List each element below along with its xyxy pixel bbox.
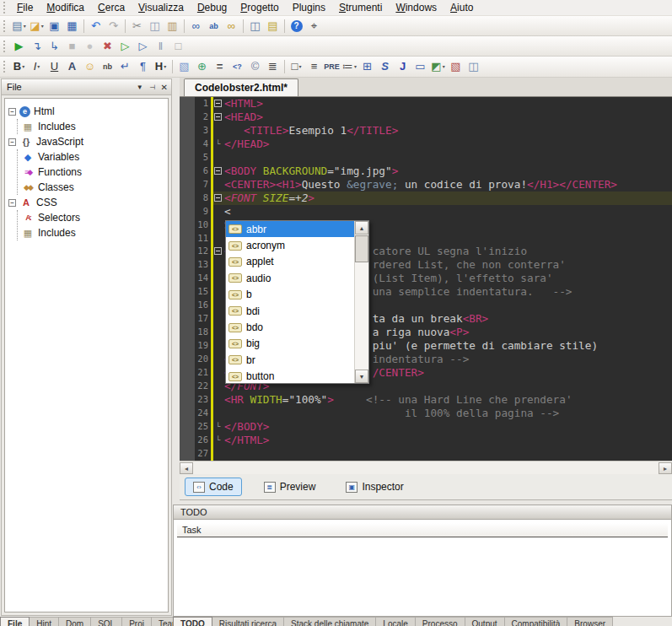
output-tab-browser[interactable]: Browser [567, 617, 613, 626]
scrollbar-thumb[interactable] [355, 235, 368, 262]
toolbar-grip[interactable] [3, 61, 6, 73]
bookmark-margin[interactable] [180, 366, 195, 380]
autocomplete-item-big[interactable]: <>big [226, 336, 354, 352]
new-file-icon[interactable]: ▤▾ [10, 18, 28, 35]
save-icon[interactable]: ▣ [46, 18, 63, 35]
help-icon[interactable]: ? [288, 18, 305, 35]
bookmark-margin[interactable] [180, 380, 195, 393]
bookmark-margin[interactable] [180, 272, 195, 285]
underline-icon[interactable]: U [46, 58, 63, 75]
java-applet-icon[interactable]: J [394, 58, 411, 75]
menu-progetto[interactable]: Progetto [234, 0, 285, 15]
bookmark-margin[interactable] [180, 97, 195, 111]
tree-item-includes[interactable]: ▦Includes [21, 225, 166, 240]
panel-tab-sql[interactable]: SQL [91, 617, 122, 626]
dropdown-arrow-icon[interactable]: ▾ [24, 18, 26, 35]
bookmark-margin[interactable] [180, 353, 195, 366]
menu-modifica[interactable]: Modifica [40, 0, 91, 15]
paragraph-icon[interactable]: ¶ [134, 58, 152, 75]
dropdown-arrow-icon[interactable]: ▾ [164, 58, 166, 75]
script-icon[interactable]: <? [228, 58, 246, 75]
dropdown-arrow-icon[interactable]: ▾ [298, 58, 301, 75]
scroll-right-icon[interactable]: ▸ [659, 462, 672, 474]
dropdown-arrow-icon[interactable]: ▾ [37, 58, 40, 75]
bold-icon[interactable]: B▾ [10, 58, 28, 75]
div-icon[interactable]: □▾ [288, 58, 305, 75]
bookmark-margin[interactable] [180, 434, 195, 447]
output-tab-todo[interactable]: TODO [173, 617, 212, 626]
image-map-icon[interactable]: ▧ [447, 58, 465, 75]
step-over-icon[interactable]: ↳ [46, 38, 63, 55]
menu-strumenti[interactable]: Strumenti [332, 0, 389, 15]
bookmark-margin[interactable] [180, 339, 195, 353]
code-line[interactable]: 6<BODY BACKGROUND="img.jpg"> [180, 165, 672, 178]
remove-breakpoints-icon[interactable]: ✖ [99, 38, 116, 55]
menu-plugins[interactable]: Plugins [286, 0, 332, 15]
tree-item-selectors[interactable]: A:Selectors [21, 210, 166, 225]
scroll-up-icon[interactable]: ▲ [355, 221, 368, 235]
autocomplete-item-applet[interactable]: <>applet [226, 254, 354, 270]
heading-icon[interactable]: H▾ [152, 58, 169, 75]
bookmark-margin[interactable] [180, 326, 195, 339]
horizontal-rule-icon[interactable]: = [211, 58, 228, 75]
fold-collapse-icon[interactable] [214, 100, 222, 107]
menu-visualizza[interactable]: Visualizza [132, 0, 191, 15]
bookmark-margin[interactable] [180, 258, 195, 272]
output-tab-stack-delle-chiamate[interactable]: Stack delle chiamate [284, 617, 376, 626]
code-line[interactable]: 8<FONT SIZE=+2> [180, 192, 672, 205]
run-icon[interactable]: ▶ [10, 38, 28, 55]
code-line[interactable]: 23<HR WIDTH="100%"> <!-- una Hard Line c… [180, 393, 672, 407]
tree-item-html[interactable]: −eHtml [8, 104, 166, 119]
autocomplete-item-bdi[interactable]: <>bdi [226, 303, 354, 319]
code-line[interactable]: 26└</HTML> [180, 434, 672, 447]
autocomplete-item-audio[interactable]: <>audio [226, 270, 354, 286]
form-icon[interactable]: ▭ [411, 58, 429, 75]
autocomplete-item-bdo[interactable]: <>bdo [226, 319, 354, 335]
bookmark-margin[interactable] [180, 285, 195, 299]
stop-debug-icon[interactable]: □ [169, 38, 187, 55]
fold-collapse-icon[interactable] [214, 113, 222, 121]
menu-cerca[interactable]: Cerca [91, 0, 132, 15]
bookmark-margin[interactable] [180, 205, 195, 219]
collapse-icon[interactable]: − [8, 138, 16, 146]
continue-icon[interactable]: ▷ [134, 38, 152, 55]
code-line[interactable]: 4└</HEAD> [180, 138, 672, 151]
bookmark-margin[interactable] [180, 232, 195, 246]
code-line[interactable]: 3 <TITLE>Esempio 1</TITLE> [180, 124, 672, 138]
center-align-icon[interactable]: ≡ [305, 58, 323, 75]
table-icon[interactable]: ⊞ [358, 58, 376, 75]
script-tag-icon[interactable]: S [376, 58, 394, 75]
scroll-down-icon[interactable]: ▼ [355, 370, 368, 383]
collapse-icon[interactable]: − [8, 199, 16, 207]
pre-icon[interactable]: PRE [323, 58, 341, 75]
tree-item-functions[interactable]: ≡◆Functions [21, 165, 166, 180]
dropdown-arrow-icon[interactable]: ▾ [354, 58, 357, 75]
code-line[interactable]: 25└</BODY> [180, 420, 672, 434]
panel-tab-team[interactable]: Team [152, 617, 173, 626]
bookmark-margin[interactable] [180, 312, 195, 326]
bookmark-margin[interactable] [180, 447, 195, 461]
fold-collapse-icon[interactable] [214, 194, 222, 202]
bookmark-margin[interactable] [180, 393, 195, 407]
snippets-icon[interactable]: ▤ [264, 18, 282, 35]
bookmark-margin[interactable] [180, 245, 195, 258]
fold-collapse-icon[interactable] [214, 247, 222, 255]
code-line[interactable]: 1<HTML> [180, 97, 672, 111]
autocomplete-item-b[interactable]: <>b [226, 287, 354, 303]
bookmark-margin[interactable] [180, 165, 195, 178]
bookmark-margin[interactable] [180, 151, 195, 165]
bookmark-margin[interactable] [180, 219, 195, 232]
cut-icon[interactable]: ✂ [128, 18, 146, 35]
autocomplete-item-abbr[interactable]: <>abbr [226, 221, 354, 237]
output-tab-output[interactable]: Output [465, 617, 505, 626]
code-line[interactable]: 5 [180, 151, 672, 165]
code-line[interactable]: 27 [180, 447, 672, 461]
fullscreen-icon[interactable]: ⌖ [305, 18, 323, 35]
justify-icon[interactable]: ≣ [264, 58, 282, 75]
undo-icon[interactable]: ↶ [87, 18, 105, 35]
close-icon[interactable]: ✕ [161, 83, 168, 92]
view-tab-preview[interactable]: ≣Preview [255, 478, 325, 496]
tree-item-css[interactable]: −ACSS [8, 195, 166, 210]
panel-tab-file[interactable]: File [0, 617, 30, 626]
stop-icon[interactable]: ■ [63, 38, 81, 55]
